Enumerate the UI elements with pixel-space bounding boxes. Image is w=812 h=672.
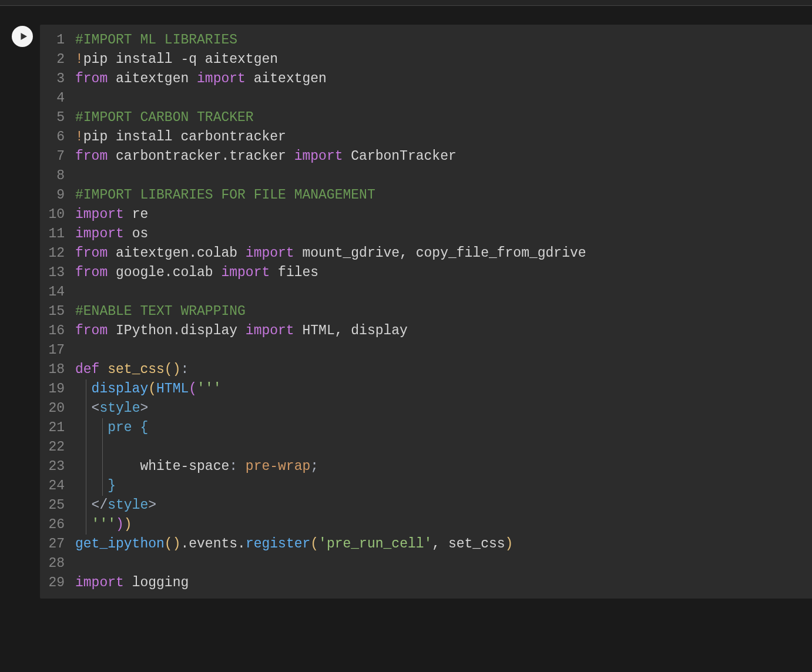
line-number: 7	[47, 147, 65, 166]
indent-guide	[86, 496, 86, 515]
line-number: 16	[47, 321, 65, 341]
indent-guide	[86, 379, 86, 399]
line-number: 12	[47, 244, 65, 263]
code-line[interactable]: !pip install -q aitextgen	[75, 50, 812, 69]
code-line[interactable]: from aitextgen.colab import mount_gdrive…	[75, 244, 812, 263]
indent-guide	[86, 399, 86, 418]
code-line[interactable]: display(HTML('''	[75, 379, 812, 399]
code-token: import	[197, 71, 246, 86]
notebook-area: 1234567891011121314151617181920212223242…	[0, 6, 812, 672]
code-token: #ENABLE TEXT WRAPPING	[75, 304, 246, 319]
code-token: >	[148, 498, 156, 513]
code-line[interactable]: }	[75, 476, 812, 496]
code-token: (	[310, 536, 318, 552]
code-token: IPython.display	[108, 323, 246, 338]
code-line[interactable]: #IMPORT LIBRARIES FOR FILE MANAGEMENT	[75, 186, 812, 205]
code-editor[interactable]: 1234567891011121314151617181920212223242…	[40, 25, 812, 599]
code-token: from	[75, 149, 108, 164]
code-line[interactable]: </style>	[75, 496, 812, 515]
line-number: 9	[47, 186, 65, 205]
code-line[interactable]: white-space: pre-wrap;	[75, 457, 812, 476]
code-line[interactable]	[75, 554, 812, 573]
line-number: 10	[47, 205, 65, 224]
code-line[interactable]: <style>	[75, 399, 812, 418]
code-line[interactable]: import os	[75, 224, 812, 244]
line-number: 5	[47, 108, 65, 127]
code-token: from	[75, 265, 108, 280]
code-token: )	[116, 517, 124, 532]
line-number: 22	[47, 438, 65, 457]
code-content[interactable]: #IMPORT ML LIBRARIES!pip install -q aite…	[75, 31, 812, 593]
code-token: CarbonTracker	[343, 149, 457, 164]
line-number: 28	[47, 554, 65, 573]
code-line[interactable]	[75, 166, 812, 186]
line-number: 15	[47, 302, 65, 321]
run-button-wrapper	[12, 25, 33, 47]
code-token	[75, 459, 140, 474]
code-line[interactable]	[75, 341, 812, 360]
line-number: 25	[47, 496, 65, 515]
code-line[interactable]: from IPython.display import HTML, displa…	[75, 321, 812, 341]
code-line[interactable]: from carbontracker.tracker import Carbon…	[75, 147, 812, 166]
code-token: from	[75, 323, 108, 338]
code-line[interactable]	[75, 438, 812, 457]
code-token: import	[75, 226, 124, 241]
line-number: 23	[47, 457, 65, 476]
play-icon	[18, 31, 29, 42]
code-token: )	[173, 362, 181, 377]
line-number: 11	[47, 224, 65, 244]
code-token: 'pre_run_cell'	[318, 536, 432, 552]
top-bar	[0, 0, 812, 6]
code-line[interactable]: #ENABLE TEXT WRAPPING	[75, 302, 812, 321]
code-token: import	[75, 207, 124, 222]
indent-guide	[86, 438, 86, 457]
indent-guide	[102, 476, 103, 496]
code-line[interactable]	[75, 283, 812, 302]
code-token: set_css	[108, 362, 165, 377]
code-token: .events.	[180, 536, 245, 552]
code-token: mount_gdrive, copy_file_from_gdrive	[294, 246, 586, 261]
code-line[interactable]: import re	[75, 205, 812, 224]
code-line[interactable]: from aitextgen import aitextgen	[75, 69, 812, 89]
code-cell: 1234567891011121314151617181920212223242…	[12, 25, 812, 599]
code-line[interactable]: #IMPORT ML LIBRARIES	[75, 31, 812, 50]
code-line[interactable]	[75, 89, 812, 108]
code-token: from	[75, 246, 108, 261]
line-number: 19	[47, 379, 65, 399]
code-token: #IMPORT LIBRARIES FOR FILE MANAGEMENT	[75, 187, 375, 203]
code-token: def	[75, 362, 108, 377]
line-number-gutter: 1234567891011121314151617181920212223242…	[40, 31, 75, 593]
code-line[interactable]: pre {	[75, 418, 812, 438]
line-number: 6	[47, 127, 65, 147]
line-number: 4	[47, 89, 65, 108]
code-token: :	[180, 362, 189, 377]
code-token: , set_css	[432, 536, 505, 552]
code-token: re	[124, 207, 148, 222]
line-number: 29	[47, 573, 65, 593]
code-line[interactable]: !pip install carbontracker	[75, 127, 812, 147]
line-number: 1	[47, 31, 65, 50]
line-number: 24	[47, 476, 65, 496]
code-line[interactable]: import logging	[75, 573, 812, 593]
code-token: (	[165, 536, 173, 552]
code-token: style	[99, 401, 140, 416]
code-token: #IMPORT ML LIBRARIES	[75, 32, 237, 48]
code-line[interactable]: from google.colab import files	[75, 263, 812, 283]
code-line[interactable]: '''))	[75, 515, 812, 535]
code-token: carbontracker.tracker	[108, 149, 294, 164]
code-token	[75, 401, 92, 416]
line-number: 13	[47, 263, 65, 283]
indent-guide	[86, 515, 86, 535]
code-line[interactable]: #IMPORT CARBON TRACKER	[75, 108, 812, 127]
code-token: google.colab	[108, 265, 221, 280]
line-number: 21	[47, 418, 65, 438]
code-line[interactable]: get_ipython().events.register('pre_run_c…	[75, 535, 812, 554]
code-token: '''	[197, 381, 221, 397]
code-token: import	[246, 323, 294, 338]
code-line[interactable]: def set_css():	[75, 360, 812, 379]
code-token: aitextgen.colab	[108, 246, 246, 261]
code-token: HTML, display	[294, 323, 408, 338]
code-token: style	[108, 498, 148, 513]
run-cell-button[interactable]	[12, 26, 33, 47]
code-token: aitextgen	[246, 71, 327, 86]
